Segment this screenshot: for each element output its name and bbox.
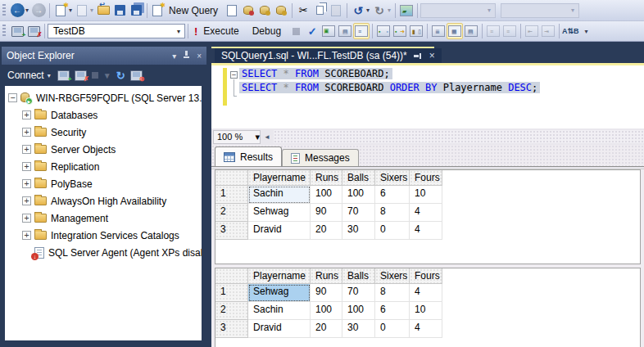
tree-item-alwayson-high-availability[interactable]: +AlwaysOn High Availability xyxy=(5,192,202,210)
column-header-playername[interactable]: Playername xyxy=(248,268,311,284)
cell-sixers[interactable]: 8 xyxy=(375,204,410,222)
cut-button[interactable]: ✂ xyxy=(295,2,311,19)
tree-item-databases[interactable]: +Databases xyxy=(5,106,202,124)
cell-sixers[interactable]: 6 xyxy=(375,302,410,320)
toolbar-grip[interactable] xyxy=(2,4,6,17)
column-header-playername[interactable]: Playername xyxy=(248,170,311,186)
object-explorer-tree[interactable]: −▶WIN-RBGF59FQDFL (SQL Server 13.0.16+Da… xyxy=(5,86,202,340)
tree-item-management[interactable]: +Management xyxy=(5,210,202,227)
redo-button[interactable]: ↻ xyxy=(371,2,388,19)
cell-runs[interactable]: 20 xyxy=(311,222,342,240)
object-explorer-titlebar[interactable]: Object Explorer ▾ × xyxy=(2,47,206,65)
back-button[interactable]: ← xyxy=(9,2,25,19)
forward-button[interactable]: → xyxy=(30,2,47,19)
available-databases-combobox[interactable]: TestDB ▾ xyxy=(48,24,185,38)
expander-plus-icon[interactable]: + xyxy=(22,162,31,171)
save-all-button[interactable] xyxy=(128,2,144,19)
tree-item-polybase[interactable]: +PolyBase xyxy=(5,175,202,192)
cell-fours[interactable]: 10 xyxy=(410,302,442,320)
stop-button[interactable] xyxy=(92,72,98,79)
expander-plus-icon[interactable]: + xyxy=(22,179,31,188)
xmla-query-button[interactable] xyxy=(273,2,289,19)
results-to-text-button[interactable]: ≣ xyxy=(430,23,447,39)
save-button[interactable] xyxy=(111,2,128,19)
expander-plus-icon[interactable]: + xyxy=(22,145,31,154)
query-options-button[interactable]: ▤ xyxy=(337,23,353,39)
cell-runs[interactable]: 90 xyxy=(311,204,342,222)
zoom-dropdown[interactable]: 100 % ▾ xyxy=(213,130,261,144)
cell-fours[interactable]: 4 xyxy=(410,284,442,302)
expander-minus-icon[interactable]: − xyxy=(8,93,17,102)
cell-sixers[interactable]: 6 xyxy=(375,186,410,204)
change-connection-button[interactable]: ✗ xyxy=(25,23,42,39)
new-query-window-button[interactable] xyxy=(52,2,69,19)
row-number[interactable]: 1 xyxy=(215,284,248,302)
cell-playername[interactable]: Sehwag xyxy=(248,284,311,302)
cell-playername[interactable]: Dravid xyxy=(248,320,311,338)
actual-plan-button[interactable]: ▪➜ xyxy=(392,23,408,39)
sql-editor[interactable]: − SELECT * FROM SCOREBOARD;SELECT * FROM… xyxy=(211,65,644,128)
row-number[interactable]: 1 xyxy=(215,186,248,204)
undo-dropdown-caret[interactable]: ▾ xyxy=(366,7,370,14)
toolbar-overflow-button[interactable]: ▾ xyxy=(579,23,596,39)
cell-sixers[interactable]: 0 xyxy=(375,222,410,240)
tree-item-server-objects[interactable]: +Server Objects xyxy=(5,141,202,158)
cancel-query-button[interactable] xyxy=(288,23,304,39)
cell-balls[interactable]: 100 xyxy=(342,302,375,320)
paste-button[interactable] xyxy=(328,2,344,19)
close-icon[interactable]: × xyxy=(197,52,202,61)
cell-playername[interactable]: Sehwag xyxy=(248,204,311,222)
new-item-button[interactable] xyxy=(74,2,90,19)
back-dropdown-caret[interactable]: ▾ xyxy=(25,7,29,14)
cell-balls[interactable]: 100 xyxy=(342,186,375,204)
select-all-cell[interactable] xyxy=(215,170,248,186)
outline-collapse-box[interactable]: − xyxy=(230,71,238,79)
cell-sixers[interactable]: 0 xyxy=(375,320,410,338)
comment-out-button[interactable]: ≡ xyxy=(485,23,501,39)
cell-fours[interactable]: 4 xyxy=(410,320,442,338)
results-to-grid-button[interactable]: ▦ xyxy=(447,23,463,39)
cell-runs[interactable]: 100 xyxy=(311,302,342,320)
results-grid-2[interactable]: PlayernameRunsBallsSixersFours1Sehwag907… xyxy=(215,268,641,347)
row-number[interactable]: 2 xyxy=(215,302,248,320)
expander-plus-icon[interactable]: + xyxy=(22,214,31,223)
cell-fours[interactable]: 4 xyxy=(410,204,442,222)
column-header-runs[interactable]: Runs xyxy=(311,170,342,186)
name-anchors-button[interactable]: A⇅B xyxy=(562,23,579,39)
tree-item-sql-server-agent-agent-xps-disab[interactable]: SQL Server Agent (Agent XPs disabl xyxy=(5,244,202,261)
template-parameters-button[interactable]: ▪▫ xyxy=(375,23,392,39)
tree-item-win-rbgf59fqdfl-sql-server-13-0-[interactable]: −▶WIN-RBGF59FQDFL (SQL Server 13.0.16 xyxy=(5,89,202,106)
cell-fours[interactable]: 4 xyxy=(410,222,442,240)
cell-playername[interactable]: Dravid xyxy=(248,222,311,240)
cell-balls[interactable]: 70 xyxy=(342,204,375,222)
window-position-caret-icon[interactable]: ▾ xyxy=(172,52,176,61)
tree-item-replication[interactable]: +Replication xyxy=(5,158,202,175)
new-dropdown-caret[interactable]: ▾ xyxy=(69,7,72,14)
execute-button[interactable]: ! Execute xyxy=(191,23,246,39)
increase-indent-button[interactable]: ⇥ xyxy=(540,23,556,39)
tab-results[interactable]: Results xyxy=(215,146,282,166)
refresh-button[interactable]: ↻ xyxy=(116,70,125,82)
pin-icon[interactable] xyxy=(182,52,191,61)
dmx-query-button[interactable] xyxy=(256,2,273,19)
tab-messages[interactable]: Messages xyxy=(282,149,359,166)
cell-balls[interactable]: 70 xyxy=(342,284,375,302)
row-number[interactable]: 2 xyxy=(215,204,248,222)
column-header-balls[interactable]: Balls xyxy=(342,268,375,284)
row-number[interactable]: 3 xyxy=(215,222,248,240)
row-number[interactable]: 3 xyxy=(215,320,248,338)
cell-balls[interactable]: 30 xyxy=(342,222,375,240)
client-statistics-button[interactable]: ▮▯ xyxy=(408,23,424,39)
expander-plus-icon[interactable]: + xyxy=(22,231,31,240)
intellisense-toggle-button[interactable]: ≡ xyxy=(353,23,370,39)
column-header-balls[interactable]: Balls xyxy=(342,170,375,186)
cell-runs[interactable]: 20 xyxy=(311,320,342,338)
toolbar-grip[interactable] xyxy=(2,25,6,38)
mdx-query-button[interactable] xyxy=(240,2,256,19)
connect-server-button[interactable]: + xyxy=(57,70,70,81)
cell-fours[interactable]: 10 xyxy=(410,186,442,204)
tree-item-integration-services-catalogs[interactable]: +Integration Services Catalogs xyxy=(5,227,202,244)
column-header-runs[interactable]: Runs xyxy=(311,268,342,284)
column-header-sixers[interactable]: Sixers xyxy=(375,268,410,284)
tree-item-security[interactable]: +Security xyxy=(5,124,202,141)
